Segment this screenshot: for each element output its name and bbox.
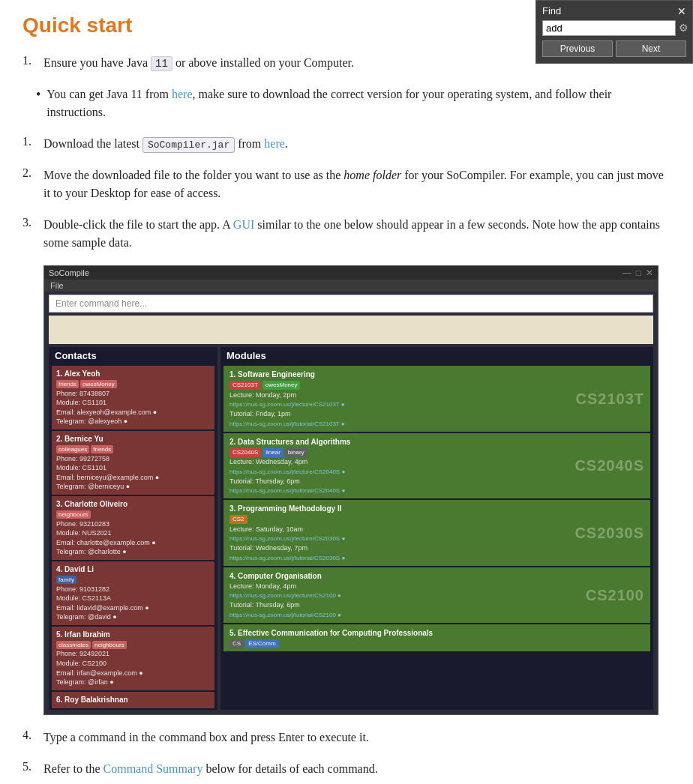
contact-card-6: 6. Roy Balakrishnan <box>52 692 214 708</box>
module-content-1: 1. Software Engineering CS2103TowesMoney… <box>230 369 576 429</box>
step-5: 5. Refer to the Command Summary below fo… <box>22 760 670 778</box>
module-card-3: 3. Programming Methodology II CS2 Lectur… <box>224 500 650 566</box>
contact-card-3: 3. Charlotte Oliveiro neighbours Phone: … <box>52 496 214 560</box>
contact-name-5: 5. Irfan Ibrahim <box>56 630 210 640</box>
main-content: Quick start 1. Ensure you have Java 11 o… <box>0 0 693 784</box>
contact-card-1: 1. Alex Yeoh friendsowesMoney Phone: 874… <box>52 366 214 429</box>
module-tag: ES/Comm <box>245 639 278 648</box>
step-2: 2. Move the downloaded file to the folde… <box>22 166 670 202</box>
module-tag: CS2040S <box>230 448 261 457</box>
module-tag: CS <box>230 639 244 648</box>
contact-name-1: 1. Alex Yeoh <box>56 369 210 379</box>
module-tag: binary <box>285 448 308 457</box>
module-content-3: 3. Programming Methodology II CS2 Lectur… <box>230 503 574 563</box>
module-title-3: 3. Programming Methodology II <box>230 503 574 514</box>
maximize-icon: □ <box>636 268 641 278</box>
gui-label: GUI <box>233 218 254 231</box>
contact-tag: family <box>56 576 76 584</box>
contact-tag: owesMoney <box>80 380 117 388</box>
module-code-3: CS2030S <box>574 522 644 544</box>
step-2-number: 2. <box>22 166 39 202</box>
step-4-text: Type a command in the command box and pr… <box>44 729 369 747</box>
find-input[interactable] <box>542 20 676 36</box>
contact-name-4: 4. David Li <box>56 564 210 575</box>
step-1-text: Ensure you have Java 11 or above install… <box>44 54 354 72</box>
step-5-number: 5. <box>22 760 39 778</box>
step-4-number: 4. <box>22 729 39 747</box>
java-download-link[interactable]: here <box>172 88 193 100</box>
find-buttons: Previous Next <box>542 40 686 57</box>
contacts-panel: Contacts 1. Alex Yeoh friendsowesMoney P… <box>49 347 218 710</box>
app-titlebar: SoCompile — □ ✕ <box>44 266 658 280</box>
step-4: 4. Type a command in the command box and… <box>22 729 670 747</box>
contacts-header: Contacts <box>49 347 218 364</box>
module-card-1: 1. Software Engineering CS2103TowesMoney… <box>224 366 650 432</box>
module-content-5: 5. Effective Communication for Computing… <box>230 627 644 649</box>
bullet-list: • You can get Java 11 from here, make su… <box>36 85 670 121</box>
socompiler-download-link[interactable]: here <box>264 137 285 150</box>
app-titlebar-controls: — □ ✕ <box>622 268 653 278</box>
module-code-4: CS2100 <box>586 584 644 606</box>
find-next-button[interactable]: Next <box>616 40 686 57</box>
find-title: Find <box>542 5 561 16</box>
command-summary-link[interactable]: Command Summary <box>104 762 203 775</box>
module-title-2: 2. Data Structures and Algorithms <box>230 436 574 447</box>
step-3-text: Double-click the file to start the app. … <box>44 216 670 252</box>
module-code-1: CS2103T <box>576 388 645 410</box>
module-tag: linear <box>262 448 284 457</box>
app-title-label: SoCompile <box>49 268 89 277</box>
file-menu-item: File <box>50 281 64 290</box>
contact-tag: friends <box>91 445 113 453</box>
contact-tag: colleagues <box>56 445 89 453</box>
contact-tag: friends <box>56 380 79 388</box>
home-folder-italic: home folder <box>344 169 401 181</box>
module-card-2: 2. Data Structures and Algorithms CS2040… <box>224 433 650 499</box>
step-1-number: 1. <box>22 54 39 72</box>
app-command-box: Enter command here... <box>49 295 653 313</box>
module-tag: CS2 <box>230 515 248 524</box>
contact-card-2: 2. Bernice Yu colleaguesfriends Phone: 9… <box>52 431 214 495</box>
module-content-2: 2. Data Structures and Algorithms CS2040… <box>230 436 574 496</box>
step-3-number: 3. <box>22 216 39 252</box>
contact-card-5: 5. Irfan Ibrahim classmatesneighbours Ph… <box>52 627 214 690</box>
modules-header: Modules <box>220 347 653 364</box>
step-download-number: 1. <box>22 135 39 153</box>
module-tag: CS2103T <box>230 381 261 390</box>
step-2-text: Move the downloaded file to the folder y… <box>44 166 670 202</box>
gear-icon[interactable]: ⚙ <box>679 22 688 34</box>
step-5-text: Refer to the Command Summary below for d… <box>44 760 378 778</box>
app-screenshot: SoCompile — □ ✕ File Enter command here.… <box>44 265 658 715</box>
module-card-5: 5. Effective Communication for Computing… <box>224 624 650 652</box>
step-download-text: Download the latest SoCompiler.jar from … <box>44 135 288 153</box>
contact-tag: neighbours <box>56 510 91 519</box>
find-close-button[interactable]: ✕ <box>677 6 686 16</box>
bullet-dot: • <box>36 85 40 121</box>
find-toolbar-header: Find ✕ <box>542 5 686 16</box>
bullet-text: You can get Java 11 from here, make sure… <box>46 85 670 121</box>
find-toolbar: Find ✕ ⚙ Previous Next <box>536 0 693 64</box>
contact-tag: neighbours <box>92 641 127 649</box>
app-main-panels: Contacts 1. Alex Yeoh friendsowesMoney P… <box>44 347 658 714</box>
module-card-4: 4. Computer Organisation Lecture: Monday… <box>224 567 650 623</box>
contact-name-6: 6. Roy Balakrishnan <box>56 695 210 705</box>
module-tag: owesMoney <box>262 381 301 390</box>
module-code-2: CS2040S <box>574 454 644 477</box>
find-input-row: ⚙ <box>542 20 686 36</box>
socompiler-jar-code: SoCompiler.jar <box>142 137 235 153</box>
find-previous-button[interactable]: Previous <box>542 40 613 57</box>
modules-panel: Modules 1. Software Engineering CS2103To… <box>220 347 653 710</box>
contact-name-3: 3. Charlotte Oliveiro <box>56 499 210 510</box>
module-title-5: 5. Effective Communication for Computing… <box>230 627 644 639</box>
module-title-4: 4. Computer Organisation <box>230 570 586 582</box>
minimize-icon: — <box>622 268 632 278</box>
app-display-area <box>49 316 653 344</box>
step-download: 1. Download the latest SoCompiler.jar fr… <box>22 135 670 153</box>
step-3: 3. Double-click the file to start the ap… <box>22 216 670 252</box>
app-menu: File <box>44 280 658 292</box>
java-version-code: 11 <box>151 56 172 71</box>
contact-name-2: 2. Bernice Yu <box>56 434 210 444</box>
close-window-icon: ✕ <box>646 268 653 278</box>
contact-card-4: 4. David Li family Phone: 91031282 Modul… <box>52 561 214 625</box>
module-title-1: 1. Software Engineering <box>230 369 576 380</box>
contact-tag: classmates <box>56 641 91 649</box>
